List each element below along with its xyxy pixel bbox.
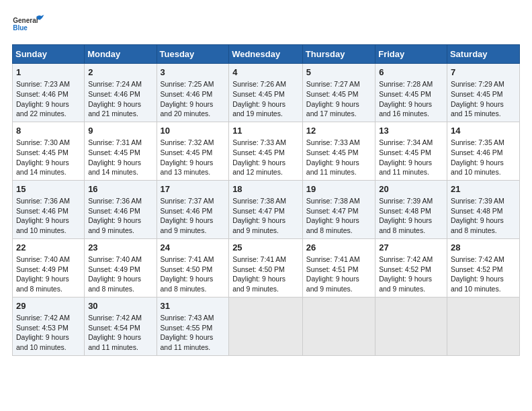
daylight-text: Daylight: 9 hours and 9 minutes.	[88, 216, 141, 234]
daylight-text: Daylight: 9 hours and 10 minutes.	[451, 275, 504, 293]
sunset-text: Sunset: 4:45 PM	[232, 90, 285, 98]
calendar-cell	[302, 297, 375, 355]
svg-text:General: General	[13, 17, 38, 24]
calendar-cell: 5Sunrise: 7:27 AMSunset: 4:45 PMDaylight…	[302, 64, 375, 122]
day-number: 23	[88, 242, 152, 254]
day-number: 28	[451, 242, 516, 254]
daylight-text: Daylight: 9 hours and 8 minutes.	[161, 275, 214, 293]
daylight-text: Daylight: 9 hours and 20 minutes.	[161, 100, 214, 118]
sunrise-text: Sunrise: 7:42 AM	[451, 255, 504, 263]
sunset-text: Sunset: 4:46 PM	[88, 90, 140, 98]
sunset-text: Sunset: 4:48 PM	[379, 207, 431, 215]
sunset-text: Sunset: 4:50 PM	[161, 265, 213, 273]
daylight-text: Daylight: 9 hours and 9 minutes.	[161, 216, 214, 234]
calendar-cell: 11Sunrise: 7:33 AMSunset: 4:45 PMDayligh…	[229, 122, 303, 180]
sunrise-text: Sunrise: 7:40 AM	[88, 255, 142, 263]
calendar-weekday-header: Sunday	[13, 45, 85, 64]
sunrise-text: Sunrise: 7:41 AM	[232, 255, 286, 263]
sunset-text: Sunset: 4:45 PM	[379, 148, 431, 156]
calendar-cell: 16Sunrise: 7:36 AMSunset: 4:46 PMDayligh…	[85, 180, 157, 238]
day-number: 10	[161, 125, 226, 137]
day-number: 8	[16, 125, 81, 137]
sunset-text: Sunset: 4:45 PM	[232, 148, 285, 156]
calendar-cell: 3Sunrise: 7:25 AMSunset: 4:46 PMDaylight…	[157, 64, 229, 122]
daylight-text: Daylight: 9 hours and 8 minutes.	[306, 216, 359, 234]
day-number: 17	[161, 183, 226, 195]
sunset-text: Sunset: 4:46 PM	[88, 207, 140, 215]
sunrise-text: Sunrise: 7:34 AM	[379, 138, 433, 146]
day-number: 12	[306, 125, 371, 137]
calendar-weekday-header: Monday	[85, 45, 157, 64]
daylight-text: Daylight: 9 hours and 11 minutes.	[88, 333, 141, 351]
day-number: 2	[88, 66, 152, 79]
daylight-text: Daylight: 9 hours and 17 minutes.	[306, 100, 359, 118]
sunrise-text: Sunrise: 7:39 AM	[451, 197, 504, 205]
sunrise-text: Sunrise: 7:30 AM	[16, 138, 70, 146]
calendar-cell: 6Sunrise: 7:28 AMSunset: 4:45 PMDaylight…	[375, 64, 447, 122]
sunset-text: Sunset: 4:46 PM	[16, 90, 69, 98]
daylight-text: Daylight: 9 hours and 11 minutes.	[379, 158, 432, 177]
daylight-text: Daylight: 9 hours and 11 minutes.	[161, 333, 214, 351]
day-number: 31	[161, 300, 226, 312]
header: General Blue	[12, 12, 520, 38]
daylight-text: Daylight: 9 hours and 9 minutes.	[232, 275, 285, 293]
sunset-text: Sunset: 4:46 PM	[16, 207, 69, 215]
calendar-cell: 27Sunrise: 7:42 AMSunset: 4:52 PMDayligh…	[375, 238, 447, 297]
sunrise-text: Sunrise: 7:42 AM	[379, 255, 433, 263]
daylight-text: Daylight: 9 hours and 13 minutes.	[161, 158, 214, 177]
daylight-text: Daylight: 9 hours and 8 minutes.	[451, 216, 504, 234]
calendar-cell: 26Sunrise: 7:41 AMSunset: 4:51 PMDayligh…	[302, 238, 375, 297]
day-number: 29	[16, 300, 81, 312]
sunrise-text: Sunrise: 7:40 AM	[16, 255, 70, 263]
calendar-cell: 9Sunrise: 7:31 AMSunset: 4:45 PMDaylight…	[85, 122, 157, 180]
sunset-text: Sunset: 4:47 PM	[306, 207, 359, 215]
day-number: 9	[88, 125, 152, 137]
sunrise-text: Sunrise: 7:27 AM	[306, 80, 360, 88]
sunset-text: Sunset: 4:45 PM	[306, 148, 359, 156]
daylight-text: Daylight: 9 hours and 14 minutes.	[16, 158, 69, 177]
daylight-text: Daylight: 9 hours and 10 minutes.	[16, 333, 69, 351]
sunset-text: Sunset: 4:45 PM	[88, 148, 140, 156]
calendar-header-row: SundayMondayTuesdayWednesdayThursdayFrid…	[13, 45, 520, 64]
logo-image: General Blue	[12, 12, 46, 38]
sunset-text: Sunset: 4:47 PM	[232, 207, 285, 215]
sunset-text: Sunset: 4:53 PM	[16, 324, 69, 332]
calendar-cell: 8Sunrise: 7:30 AMSunset: 4:45 PMDaylight…	[13, 122, 85, 180]
sunrise-text: Sunrise: 7:35 AM	[451, 138, 504, 146]
calendar-weekday-header: Wednesday	[229, 45, 303, 64]
daylight-text: Daylight: 9 hours and 8 minutes.	[88, 275, 141, 293]
day-number: 13	[379, 125, 443, 137]
sunset-text: Sunset: 4:52 PM	[379, 265, 431, 273]
calendar-cell: 4Sunrise: 7:26 AMSunset: 4:45 PMDaylight…	[229, 64, 303, 122]
sunset-text: Sunset: 4:55 PM	[161, 324, 213, 332]
sunrise-text: Sunrise: 7:39 AM	[379, 197, 433, 205]
page: General Blue SundayMondayTuesdayWednesda…	[0, 0, 532, 411]
sunset-text: Sunset: 4:45 PM	[379, 90, 431, 98]
calendar-week-row: 29Sunrise: 7:42 AMSunset: 4:53 PMDayligh…	[13, 297, 520, 355]
logo: General Blue	[12, 12, 46, 38]
daylight-text: Daylight: 9 hours and 9 minutes.	[379, 275, 432, 293]
calendar-cell	[447, 297, 519, 355]
sunrise-text: Sunrise: 7:33 AM	[232, 138, 286, 146]
daylight-text: Daylight: 9 hours and 16 minutes.	[379, 100, 432, 118]
daylight-text: Daylight: 9 hours and 14 minutes.	[88, 158, 141, 177]
calendar-cell: 13Sunrise: 7:34 AMSunset: 4:45 PMDayligh…	[375, 122, 447, 180]
calendar-cell: 21Sunrise: 7:39 AMSunset: 4:48 PMDayligh…	[447, 180, 519, 238]
day-number: 24	[161, 242, 226, 254]
calendar-cell: 2Sunrise: 7:24 AMSunset: 4:46 PMDaylight…	[85, 64, 157, 122]
daylight-text: Daylight: 9 hours and 11 minutes.	[306, 158, 359, 177]
daylight-text: Daylight: 9 hours and 9 minutes.	[306, 275, 359, 293]
daylight-text: Daylight: 9 hours and 22 minutes.	[16, 100, 69, 118]
calendar-cell: 23Sunrise: 7:40 AMSunset: 4:49 PMDayligh…	[85, 238, 157, 297]
calendar-weekday-header: Thursday	[302, 45, 375, 64]
sunrise-text: Sunrise: 7:29 AM	[451, 80, 504, 88]
calendar-cell: 20Sunrise: 7:39 AMSunset: 4:48 PMDayligh…	[375, 180, 447, 238]
sunrise-text: Sunrise: 7:28 AM	[379, 80, 433, 88]
daylight-text: Daylight: 9 hours and 10 minutes.	[16, 216, 69, 234]
calendar-week-row: 8Sunrise: 7:30 AMSunset: 4:45 PMDaylight…	[13, 122, 520, 180]
sunrise-text: Sunrise: 7:43 AM	[161, 314, 214, 322]
sunrise-text: Sunrise: 7:42 AM	[16, 314, 70, 322]
calendar-cell: 25Sunrise: 7:41 AMSunset: 4:50 PMDayligh…	[229, 238, 303, 297]
calendar-cell: 10Sunrise: 7:32 AMSunset: 4:45 PMDayligh…	[157, 122, 229, 180]
sunset-text: Sunset: 4:45 PM	[16, 148, 69, 156]
